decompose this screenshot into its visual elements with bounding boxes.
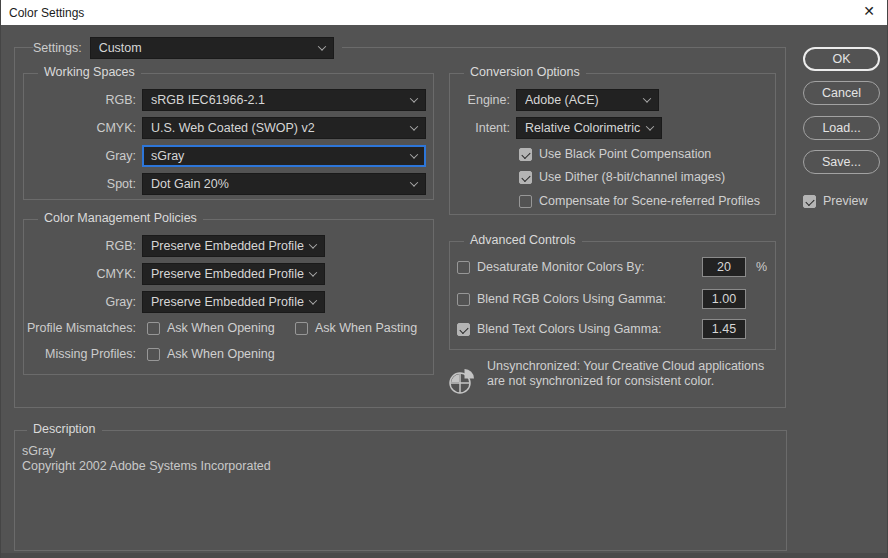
- chevron-down-icon: [410, 178, 418, 186]
- close-icon[interactable]: ✕: [863, 3, 875, 19]
- desaturate-checkbox[interactable]: Desaturate Monitor Colors By:: [457, 259, 644, 275]
- chevron-down-icon: [317, 42, 325, 50]
- blend-text-row: Blend Text Colors Using Gamma:: [450, 318, 775, 340]
- desaturate-percent-input[interactable]: [702, 257, 746, 277]
- use-dither-checkbox[interactable]: Use Dither (8-bit/channel images): [519, 169, 725, 185]
- working-spaces-cmyk-row: CMYK: U.S. Web Coated (SWOP) v2: [24, 117, 433, 139]
- intent-row: Intent: Relative Colorimetric: [450, 117, 775, 139]
- advanced-controls-group: Advanced Controls Desaturate Monitor Col…: [449, 241, 776, 350]
- settings-value: Custom: [99, 41, 313, 55]
- missing-profiles-row: Missing Profiles: Ask When Opening: [24, 345, 433, 363]
- description-line-2: Copyright 2002 Adobe Systems Incorporate…: [22, 459, 271, 474]
- chevron-down-icon: [646, 122, 654, 130]
- rgb-label: RGB:: [24, 93, 136, 107]
- description-text: sGray Copyright 2002 Adobe Systems Incor…: [22, 444, 271, 474]
- chevron-down-icon: [309, 240, 317, 248]
- ok-button[interactable]: OK: [803, 47, 880, 71]
- checkbox[interactable]: [519, 148, 532, 161]
- working-spaces-group: Working Spaces RGB: sRGB IEC61966-2.1 CM…: [23, 73, 434, 200]
- checkbox[interactable]: [457, 293, 470, 306]
- cmyk-label: CMYK:: [24, 121, 136, 135]
- save-button[interactable]: Save...: [803, 150, 880, 174]
- conversion-options-group: Conversion Options Engine: Adobe (ACE) I…: [449, 73, 776, 215]
- blend-rgb-gamma-input[interactable]: [702, 289, 746, 309]
- intent-select[interactable]: Relative Colorimetric: [516, 117, 662, 139]
- rgb-label: RGB:: [24, 239, 136, 253]
- description-group: Description sGray Copyright 2002 Adobe S…: [14, 430, 787, 551]
- profile-mismatches-ask-opening-checkbox[interactable]: Ask When Opening: [147, 320, 275, 336]
- gray-working-space-select[interactable]: sGray: [142, 145, 426, 167]
- load-button[interactable]: Load...: [803, 116, 880, 140]
- missing-profiles-label: Missing Profiles:: [24, 347, 136, 361]
- unsynchronized-line-2: are not synchronized for consistent colo…: [487, 374, 787, 389]
- profile-mismatches-label: Profile Mismatches:: [24, 321, 136, 335]
- chevron-down-icon: [410, 94, 418, 102]
- black-point-compensation-checkbox[interactable]: Use Black Point Compensation: [519, 146, 711, 162]
- description-title: Description: [27, 422, 102, 436]
- working-spaces-title: Working Spaces: [38, 65, 141, 79]
- advanced-controls-title: Advanced Controls: [464, 233, 582, 247]
- chevron-down-icon: [643, 94, 651, 102]
- dialog-body: Settings: Custom Working Spaces RGB: sRG…: [1, 25, 888, 558]
- engine-label: Engine:: [450, 93, 510, 107]
- working-spaces-gray-row: Gray: sGray: [24, 145, 433, 167]
- chevron-down-icon: [309, 296, 317, 304]
- intent-label: Intent:: [450, 121, 510, 135]
- chevron-down-icon: [309, 268, 317, 276]
- window-title: Color Settings: [1, 6, 84, 20]
- checkbox[interactable]: [457, 261, 470, 274]
- preview-checkbox[interactable]: Preview: [803, 193, 867, 209]
- checkbox[interactable]: [295, 322, 308, 335]
- profile-mismatches-ask-pasting-checkbox[interactable]: Ask When Pasting: [295, 320, 417, 336]
- color-settings-dialog: Color Settings ✕ Settings: Custom Workin…: [0, 0, 888, 558]
- gray-label: Gray:: [24, 295, 136, 309]
- engine-row: Engine: Adobe (ACE): [450, 89, 775, 111]
- cmyk-working-space-select[interactable]: U.S. Web Coated (SWOP) v2: [142, 117, 426, 139]
- chevron-down-icon: [410, 150, 418, 158]
- cancel-button[interactable]: Cancel: [803, 81, 880, 105]
- unsynchronized-color-icon: [446, 365, 479, 398]
- cmyk-label: CMYK:: [24, 267, 136, 281]
- color-management-policies-title: Color Management Policies: [38, 211, 203, 225]
- blend-text-gamma-checkbox[interactable]: Blend Text Colors Using Gamma:: [457, 321, 662, 337]
- window-bottom-edge: [1, 553, 888, 558]
- unsynchronized-notice: Unsynchronized: Your Creative Cloud appl…: [487, 359, 787, 389]
- blend-text-gamma-input[interactable]: [702, 319, 746, 339]
- spot-working-space-select[interactable]: Dot Gain 20%: [142, 173, 426, 195]
- policies-rgb-row: RGB: Preserve Embedded Profiles: [24, 235, 433, 257]
- unsynchronized-line-1: Unsynchronized: Your Creative Cloud appl…: [487, 359, 787, 374]
- missing-profiles-ask-opening-checkbox[interactable]: Ask When Opening: [147, 346, 275, 362]
- profile-mismatches-row: Profile Mismatches: Ask When Opening Ask…: [24, 319, 433, 337]
- blend-rgb-gamma-checkbox[interactable]: Blend RGB Colors Using Gamma:: [457, 291, 666, 307]
- policies-gray-row: Gray: Preserve Embedded Profiles: [24, 291, 433, 313]
- checkbox[interactable]: [147, 348, 160, 361]
- gray-label: Gray:: [24, 149, 136, 163]
- chevron-down-icon: [410, 122, 418, 130]
- cmyk-policy-select[interactable]: Preserve Embedded Profiles: [142, 263, 325, 285]
- checkbox[interactable]: [147, 322, 160, 335]
- working-spaces-rgb-row: RGB: sRGB IEC61966-2.1: [24, 89, 433, 111]
- description-line-1: sGray: [22, 444, 271, 459]
- checkbox[interactable]: [457, 323, 470, 336]
- settings-select[interactable]: Custom: [90, 37, 334, 59]
- blend-rgb-row: Blend RGB Colors Using Gamma:: [450, 288, 775, 310]
- color-management-policies-group: Color Management Policies RGB: Preserve …: [23, 219, 434, 375]
- desaturate-row: Desaturate Monitor Colors By: %: [450, 256, 775, 278]
- working-spaces-spot-row: Spot: Dot Gain 20%: [24, 173, 433, 195]
- conversion-options-title: Conversion Options: [464, 65, 586, 79]
- rgb-working-space-select[interactable]: sRGB IEC61966-2.1: [142, 89, 426, 111]
- titlebar: Color Settings ✕: [1, 0, 887, 25]
- spot-label: Spot:: [24, 177, 136, 191]
- engine-select[interactable]: Adobe (ACE): [516, 89, 659, 111]
- gray-policy-select[interactable]: Preserve Embedded Profiles: [142, 291, 325, 313]
- checkbox[interactable]: [519, 195, 532, 208]
- rgb-policy-select[interactable]: Preserve Embedded Profiles: [142, 235, 325, 257]
- checkbox[interactable]: [803, 195, 816, 208]
- settings-row: Settings: Custom: [33, 34, 342, 61]
- policies-cmyk-row: CMYK: Preserve Embedded Profiles: [24, 263, 433, 285]
- percent-suffix: %: [756, 260, 767, 274]
- settings-label: Settings:: [33, 41, 82, 55]
- checkbox[interactable]: [519, 171, 532, 184]
- scene-referred-checkbox[interactable]: Compensate for Scene-referred Profiles: [519, 193, 760, 209]
